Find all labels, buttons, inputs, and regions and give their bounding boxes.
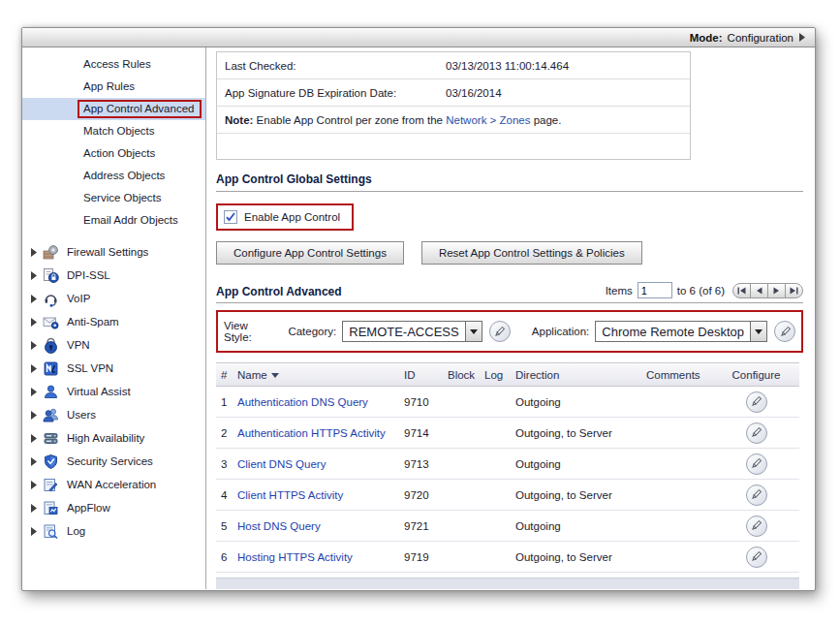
first-page-button[interactable] — [732, 283, 751, 298]
signature-link[interactable]: Host DNS Query — [237, 520, 404, 532]
sidebar-item-app-control-advanced[interactable]: App Control Advanced — [22, 98, 205, 120]
sidebar-group-users[interactable]: Users — [22, 403, 205, 426]
expand-arrow-icon[interactable] — [31, 457, 37, 466]
sidebar-group-security-services[interactable]: Security Services — [22, 450, 205, 473]
sidebar-group-log[interactable]: Log — [22, 519, 205, 543]
view-style-annotation-box: View Style: Category: REMOTE-ACCESS Appl… — [216, 310, 803, 353]
selected-item-annotation-box: App Control Advanced — [78, 100, 202, 118]
users-icon — [43, 407, 60, 423]
header-name[interactable]: Name — [237, 369, 404, 381]
sidebar-item-app-rules[interactable]: App Rules — [22, 76, 205, 98]
table-row: 5 Host DNS Query 9721 Outgoing — [216, 511, 799, 542]
header-direction: Direction — [515, 369, 646, 381]
sidebar-item-match-objects[interactable]: Match Objects — [22, 120, 205, 142]
mode-value[interactable]: Configuration — [728, 32, 793, 44]
application-dropdown[interactable]: Chrome Remote Desktop — [595, 321, 767, 342]
sidebar-group-vpn[interactable]: VPN — [22, 333, 205, 357]
chevron-down-icon[interactable] — [750, 322, 766, 341]
configure-row-button[interactable] — [746, 516, 767, 537]
header-configure: Configure — [715, 369, 797, 381]
top-bar: Mode: Configuration — [22, 28, 815, 47]
sidebar-group-voip[interactable]: VoIP — [22, 287, 205, 310]
prev-page-button[interactable] — [750, 283, 768, 298]
table-row: 3 Client DNS Query 9713 Outgoing — [216, 449, 799, 480]
db-expiration-value: 03/16/2014 — [446, 87, 502, 99]
reset-app-control-button[interactable]: Reset App Control Settings & Policies — [421, 241, 642, 265]
sidebar-group-high-availability[interactable]: High Availability — [22, 426, 205, 450]
enable-app-control-label: Enable App Control — [244, 211, 340, 223]
next-page-button[interactable] — [767, 283, 786, 298]
last-checked-value: 03/13/2013 11:00:14.464 — [446, 60, 569, 72]
category-dropdown[interactable]: REMOTE-ACCESS — [342, 321, 482, 342]
sidebar-group-ssl-vpn[interactable]: SSL VPN — [22, 357, 205, 380]
items-input[interactable] — [638, 282, 672, 298]
application-label: Application: — [532, 326, 589, 337]
expand-arrow-icon[interactable] — [31, 411, 37, 420]
global-settings-title: App Control Global Settings — [216, 172, 803, 192]
sidebar-item-action-objects[interactable]: Action Objects — [22, 142, 205, 165]
signature-link[interactable]: Client DNS Query — [237, 458, 404, 470]
sidebar-group-dpi-ssl[interactable]: DPI-SSL — [22, 264, 205, 287]
configure-row-button[interactable] — [746, 547, 767, 568]
expand-arrow-icon[interactable] — [31, 318, 37, 327]
configure-row-button[interactable] — [746, 422, 767, 444]
table-row: 6 Hosting HTTPS Activity 9719 Outgoing, … — [216, 542, 799, 573]
dpi-ssl-icon — [43, 267, 60, 284]
mode-label: Mode: — [690, 32, 723, 44]
edit-category-button[interactable] — [489, 321, 511, 342]
expand-arrow-icon[interactable] — [31, 481, 37, 489]
sidebar-item-email-addr-objects[interactable]: Email Addr Objects — [22, 209, 205, 232]
note-label: Note: — [225, 114, 253, 126]
expand-arrow-icon[interactable] — [31, 434, 37, 443]
voip-icon — [43, 291, 60, 307]
expand-arrow-icon[interactable] — [31, 388, 37, 396]
info-row-db-expiration: App Signature DB Expiration Date: 03/16/… — [217, 79, 690, 107]
log-icon — [43, 523, 60, 540]
sidebar-item-address-objects[interactable]: Address Objects — [22, 165, 205, 187]
appflow-icon — [43, 500, 60, 516]
header-log: Log — [484, 369, 515, 381]
expand-arrow-icon[interactable] — [31, 364, 37, 373]
sidebar-group-virtual-assist[interactable]: Virtual Assist — [22, 380, 205, 403]
configure-row-button[interactable] — [746, 453, 767, 475]
configure-app-control-button[interactable]: Configure App Control Settings — [216, 241, 404, 265]
expand-arrow-icon[interactable] — [31, 527, 37, 536]
mode-expand-icon[interactable] — [799, 33, 805, 42]
enable-app-control-annotation-box: Enable App Control — [216, 203, 354, 231]
signature-link[interactable]: Hosting HTTPS Activity — [237, 551, 404, 563]
sidebar-group-wan-acceleration[interactable]: WAN Acceleration — [22, 473, 205, 496]
table-row: 2 Authentication HTTPS Activity 9714 Out… — [216, 418, 799, 449]
expand-arrow-icon[interactable] — [31, 295, 37, 303]
network-zones-link[interactable]: Network > Zones — [446, 114, 530, 126]
signature-link[interactable]: Authentication HTTPS Activity — [237, 427, 404, 439]
expand-arrow-icon[interactable] — [31, 271, 37, 280]
sidebar-group-firewall-settings[interactable]: Firewall Settings — [22, 240, 205, 264]
info-row-empty — [217, 134, 690, 159]
wan-acceleration-icon — [43, 477, 60, 493]
vpn-icon — [43, 337, 60, 354]
ssl-vpn-icon — [43, 360, 60, 377]
info-row-last-checked: Last Checked: 03/13/2013 11:00:14.464 — [217, 52, 690, 79]
signature-link[interactable]: Client HTTPS Activity — [237, 489, 404, 501]
configure-row-button[interactable] — [746, 484, 767, 506]
signatures-table: # Name ID Block Log Direction Comments C… — [216, 362, 799, 589]
header-block: Block — [448, 369, 484, 381]
info-row-note: Note: Enable App Control per zone from t… — [217, 107, 690, 134]
enable-app-control-checkbox[interactable] — [224, 210, 237, 224]
signature-link[interactable]: Authentication DNS Query — [237, 396, 404, 408]
firewall-settings-icon — [43, 244, 60, 261]
edit-application-button[interactable] — [774, 321, 795, 342]
sidebar-item-service-objects[interactable]: Service Objects — [22, 187, 205, 209]
pagination: Items to 6 (of 6) — [606, 282, 803, 298]
expand-arrow-icon[interactable] — [31, 341, 37, 350]
chevron-down-icon[interactable] — [465, 322, 482, 341]
expand-arrow-icon[interactable] — [31, 248, 37, 257]
sidebar-group-anti-spam[interactable]: Anti-Spam — [22, 310, 205, 333]
last-page-button[interactable] — [785, 283, 803, 298]
sidebar-item-access-rules[interactable]: Access Rules — [22, 53, 205, 76]
sidebar-group-appflow[interactable]: AppFlow — [22, 496, 205, 519]
anti-spam-icon — [43, 314, 60, 330]
expand-arrow-icon[interactable] — [31, 504, 37, 513]
configure-row-button[interactable] — [746, 391, 767, 413]
category-label: Category: — [288, 326, 336, 337]
